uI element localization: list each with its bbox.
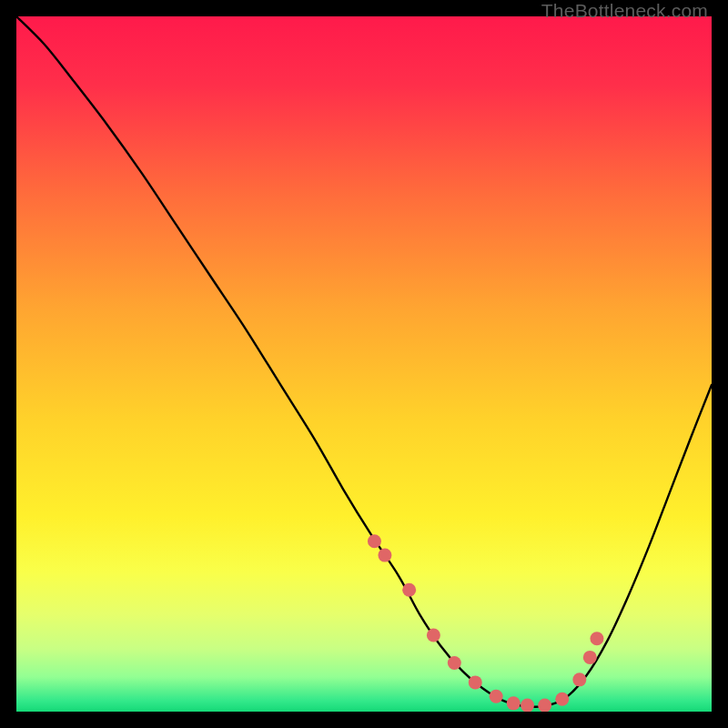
highlight-dot — [427, 628, 440, 642]
chart-plot — [16, 16, 712, 712]
highlight-dot — [378, 549, 391, 562]
highlight-dot — [572, 672, 586, 686]
chart-frame — [16, 16, 712, 712]
highlight-dot — [402, 583, 416, 597]
highlight-dot — [583, 651, 597, 664]
watermark-text: TheBottleneck.com — [541, 0, 708, 22]
highlight-dot — [538, 699, 551, 712]
highlight-dot — [521, 699, 534, 712]
highlight-dot — [590, 632, 603, 645]
highlight-dot — [469, 675, 482, 689]
highlight-dot — [368, 534, 381, 548]
highlight-dot — [507, 696, 521, 710]
highlight-dot — [448, 656, 461, 670]
highlight-dot — [490, 690, 503, 703]
highlight-dot — [555, 693, 569, 706]
plot-background — [16, 16, 712, 712]
